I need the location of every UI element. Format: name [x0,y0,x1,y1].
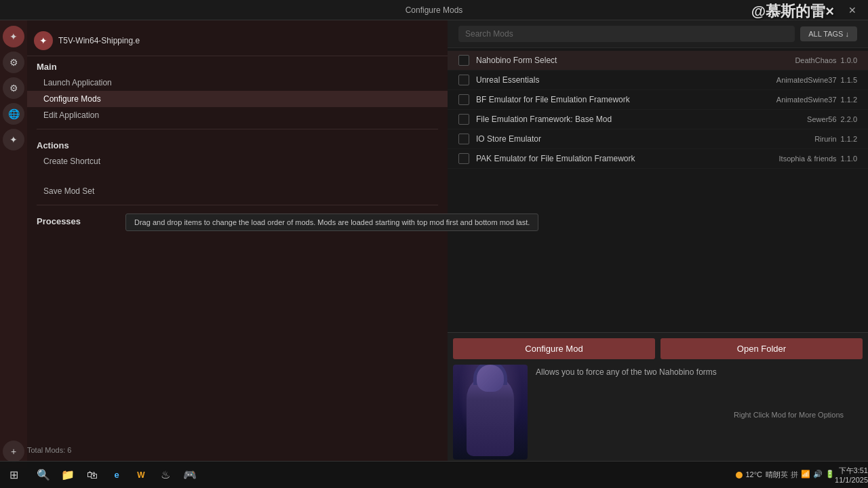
mod-row-4[interactable]: IO Store Emulator Rirurin 1.1.2 [448,129,868,149]
mod-checkbox-5[interactable] [458,153,469,164]
open-folder-button[interactable]: Open Folder [660,338,863,359]
app-container: ✦ ⚙ ⚙ 🌐 ✦ + ✦ T5V-Win64-Shipping.e Main … [0,20,868,468]
all-tags-button[interactable]: ALL TAGS ↓ [800,26,857,41]
sidebar-divider-1 [37,129,438,129]
mod-version-4: 1.1.2 [841,135,857,143]
mod-checkbox-0[interactable] [458,55,469,66]
nav-configure-mods[interactable]: Configure Mods [27,91,448,107]
sidebar-app-row[interactable]: ✦ T5V-Win64-Shipping.e [27,26,448,56]
nav-save-mod-set[interactable]: Save Mod Set [27,183,448,199]
sidebar-icon-network[interactable]: ✦ [3,129,24,150]
add-icon: + [11,446,16,457]
mod-version-0: 1.0.0 [841,56,857,64]
network-icon: ✦ [9,134,18,145]
bottom-content: Allows you to force any of the two Nahob… [448,362,868,468]
mod-name-3: File Emulation Framework: Base Mod [476,115,802,124]
lang2-label: 拼 [791,470,798,480]
mod-description: Allows you to force any of the two Nahob… [528,365,863,465]
sidebar-icon-column: ✦ ⚙ ⚙ 🌐 ✦ + [0,20,27,468]
taskbar-game-icon[interactable]: 🎮 [179,464,201,486]
mod-name-4: IO Store Emulator [476,134,809,144]
search-bar-row: ALL TAGS ↓ [448,20,868,48]
watermark: @慕斯的雷× [751,1,834,22]
sidebar-nav: ✦ T5V-Win64-Shipping.e Main Launch Appli… [27,20,448,468]
bottom-actions: Configure Mod Open Folder [448,333,868,362]
mod-author-0: DeathChaos [795,56,836,64]
weather-desc: 晴朗 [766,470,781,479]
taskbar-time: 下午3:51 [839,466,868,476]
sidebar-icon-add[interactable]: + [3,441,24,462]
sidebar-divider-2 [37,205,438,205]
volume-icon: 🔊 [813,470,823,480]
main-section-title: Main [27,56,448,75]
titlebar: Configure Mods ─ □ ✕ [0,0,868,20]
configure-mod-button[interactable]: Configure Mod [453,338,655,359]
sidebar-icon-gear2[interactable]: ⚙ [3,77,24,99]
mod-checkbox-3[interactable] [458,114,469,125]
app-icon: ✦ [9,31,18,42]
taskbar-sys-icons: 英 拼 📶 🔊 🔋 [781,470,835,480]
main-content: ALL TAGS ↓ Nahobino Form Select DeathCha… [448,20,868,468]
mod-row-0[interactable]: Nahobino Form Select DeathChaos 1.0.0 [448,51,868,70]
mod-row-1[interactable]: Unreal Essentials AnimatedSwine37 1.1.5 [448,70,868,90]
taskbar-pinned-icons: 🔍 📁 🛍 e W ♨ 🎮 [27,464,206,486]
globe-icon: 🌐 [8,108,20,119]
mod-version-2: 1.1.2 [841,96,857,104]
mod-checkbox-2[interactable] [458,94,469,105]
nav-edit-application[interactable]: Edit Application [27,107,448,123]
mods-table: Nahobino Form Select DeathChaos 1.0.0 Un… [448,48,868,332]
settings-icon: ⚙ [9,57,18,68]
mod-version-5: 1.1.0 [841,155,857,163]
close-button[interactable]: ✕ [837,0,868,20]
character-silhouette [467,375,514,456]
drag-drop-tooltip: Drag and drop items to change the load o… [125,214,538,231]
mod-version-1: 1.1.5 [841,76,857,84]
taskbar-wps-icon[interactable]: W [130,464,152,486]
mod-row-2[interactable]: BF Emulator for File Emulation Framework… [448,90,868,110]
mod-preview-image [453,365,528,460]
gear-icon: ⚙ [9,83,18,94]
mod-description-text: Allows you to force any of the two Nahob… [536,367,854,377]
mod-row-3[interactable]: File Emulation Framework: Base Mod Sewer… [448,110,868,129]
mod-author-5: Itsophia & friends [779,155,837,163]
nav-create-shortcut[interactable]: Create Shortcut [27,153,448,169]
sidebar-icon-globe[interactable]: 🌐 [3,103,24,125]
mod-checkbox-1[interactable] [458,75,469,85]
start-button[interactable]: ⊞ [0,468,27,481]
mod-author-2: AnimatedSwine37 [776,96,837,104]
lang1-label: 英 [781,470,788,480]
taskbar-date: 11/1/2025 [835,476,868,484]
mod-author-3: Sewer56 [807,115,836,123]
mod-author-1: AnimatedSwine37 [776,76,837,84]
sidebar-icon-settings[interactable]: ⚙ [3,52,24,73]
weather-info: 12°C 晴朗 [745,470,781,480]
bottom-panel: Configure Mod Open Folder Allows you to … [448,332,868,468]
window-title: Configure Mods [406,5,463,15]
right-click-hint: Right Click Mod for More Options [536,377,854,422]
character-preview [453,365,528,460]
mod-checkbox-4[interactable] [458,134,469,144]
taskbar-search-icon[interactable]: 🔍 [33,464,54,486]
app-name-label: T5V-Win64-Shipping.e [58,36,140,45]
taskbar-steam-icon[interactable]: ♨ [155,464,176,486]
weather-widget: 12°C 晴朗 [736,470,781,480]
total-mods-label: Total Mods: 6 [27,446,71,454]
taskbar: ⊞ 🔍 📁 🛍 e W ♨ 🎮 12°C 晴朗 英 拼 📶 🔊 🔋 下午3:51… [0,461,868,488]
mod-name-1: Unreal Essentials [476,75,771,85]
search-input[interactable] [458,26,795,42]
character-head [477,365,504,392]
nav-launch-application[interactable]: Launch Application [27,75,448,91]
taskbar-clock[interactable]: 下午3:51 11/1/2025 [835,466,868,484]
taskbar-store-icon[interactable]: 🛍 [81,464,103,486]
mod-author-4: Rirurin [814,135,836,143]
wifi-icon: 📶 [801,470,810,480]
mod-name-0: Nahobino Form Select [476,56,789,65]
mod-name-5: PAK Emulator for File Emulation Framewor… [476,154,774,163]
weather-icon [736,472,743,479]
mod-name-2: BF Emulator for File Emulation Framework [476,95,771,104]
taskbar-edge-icon[interactable]: e [106,464,127,486]
mod-row-5[interactable]: PAK Emulator for File Emulation Framewor… [448,149,868,169]
taskbar-folders-icon[interactable]: 📁 [57,464,79,486]
sidebar-icon-app[interactable]: ✦ [3,26,24,47]
weather-temp: 12°C [745,470,762,479]
